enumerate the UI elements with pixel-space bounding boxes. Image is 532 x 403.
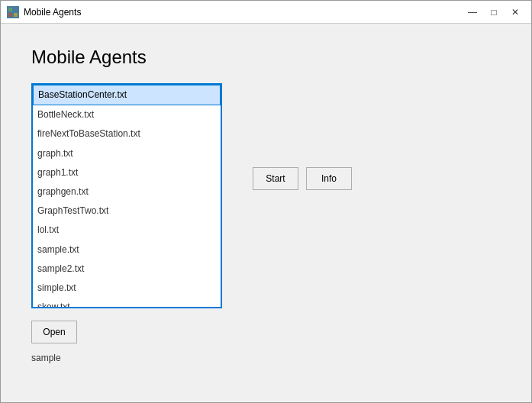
list-item[interactable]: graphgen.txt — [33, 182, 221, 202]
status-text: sample — [31, 353, 501, 363]
file-listbox[interactable]: BaseStationCenter.txtBottleNeck.txtfireN… — [31, 83, 222, 308]
info-button[interactable]: Info — [306, 167, 352, 190]
list-item[interactable]: BottleNeck.txt — [33, 105, 221, 124]
list-item[interactable]: simple.txt — [33, 279, 221, 298]
main-area: BaseStationCenter.txtBottleNeck.txtfireN… — [31, 83, 501, 308]
bottom-area: Open sample — [31, 321, 501, 363]
start-button[interactable]: Start — [253, 167, 298, 190]
list-item[interactable]: sample2.txt — [33, 260, 221, 279]
list-item[interactable]: BaseStationCenter.txt — [33, 85, 221, 105]
list-item[interactable]: fireNextToBaseStation.txt — [33, 124, 221, 143]
svg-rect-1 — [14, 8, 18, 11]
page-title: Mobile Agents — [31, 47, 501, 68]
list-item[interactable]: graph1.txt — [33, 163, 221, 182]
maximize-button[interactable]: □ — [484, 4, 504, 21]
list-item[interactable]: lol.txt — [33, 221, 221, 240]
list-item[interactable]: GraphTestTwo.txt — [33, 202, 221, 221]
minimize-button[interactable]: — — [463, 4, 482, 21]
svg-rect-3 — [14, 13, 18, 17]
list-item[interactable]: sample.txt — [33, 240, 221, 260]
action-buttons: Start Info — [253, 167, 352, 190]
list-item[interactable]: graph.txt — [33, 144, 221, 163]
svg-rect-2 — [8, 13, 12, 17]
open-button[interactable]: Open — [31, 321, 77, 343]
app-icon — [7, 6, 19, 18]
close-button[interactable]: ✕ — [505, 4, 525, 21]
window-controls: — □ ✕ — [463, 4, 525, 21]
window-title: Mobile Agents — [24, 7, 81, 18]
svg-rect-0 — [8, 8, 12, 11]
list-item[interactable]: skew.txt — [33, 298, 221, 308]
main-window: Mobile Agents — □ ✕ Mobile Agents BaseSt… — [0, 0, 532, 403]
title-bar: Mobile Agents — □ ✕ — [1, 1, 531, 24]
content-area: Mobile Agents BaseStationCenter.txtBottl… — [1, 24, 531, 402]
title-bar-left: Mobile Agents — [7, 6, 81, 18]
